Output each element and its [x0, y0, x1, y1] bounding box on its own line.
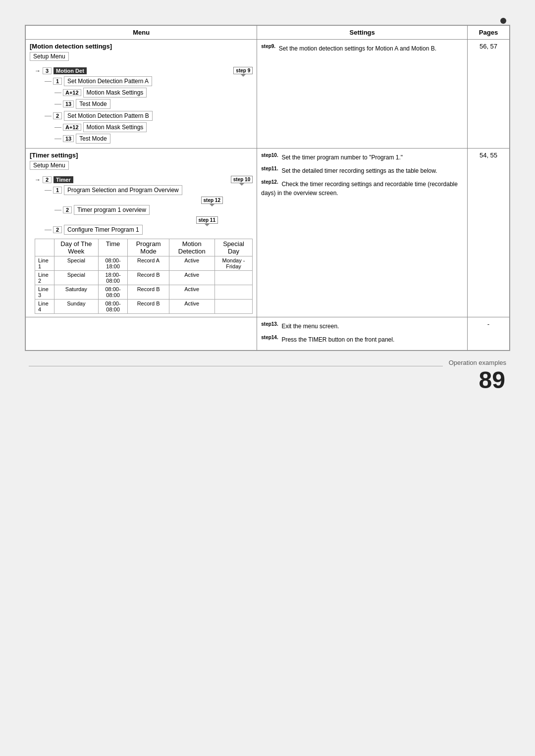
label-pattern-b: Set Motion Detection Pattern B	[64, 111, 153, 121]
header-settings: Settings	[257, 26, 468, 40]
footer-text: Operation examples	[449, 359, 506, 366]
row-time-4: 08:00-08:00	[98, 300, 128, 314]
row-mode-2: Record B	[128, 271, 169, 285]
table-row: Line 3 Saturday 08:00-08:00 Record B Act…	[35, 285, 253, 300]
step12-badge: step 12	[201, 197, 223, 204]
sub-item-13b: 13 Test Mode	[54, 134, 253, 144]
timer-pages: 54, 55	[468, 149, 510, 317]
row-day-4: Sunday	[54, 300, 98, 314]
table-row: Line 4 Sunday 08:00-08:00 Record B Activ…	[35, 300, 253, 314]
badge-2-overview: 2	[63, 206, 72, 213]
connector-line	[54, 210, 61, 210]
step13-label: step13.	[261, 321, 278, 327]
label-mask-b: Motion Mask Settings	[83, 122, 147, 132]
motion-setup-menu: Setup Menu	[30, 52, 69, 61]
badge-1-timer: 1	[53, 187, 62, 194]
row-special-3	[214, 285, 253, 300]
step10-badge: step 10	[231, 176, 253, 183]
connector-line	[45, 81, 52, 82]
row-special-1: Monday - Friday	[214, 256, 253, 271]
sub-item-prog-sel: 1 Program Selection and Program Overview	[45, 185, 253, 195]
label-test-b: Test Mode	[76, 134, 110, 144]
motion-pages: 56, 57	[468, 40, 510, 149]
row-mode-3: Record B	[128, 285, 169, 300]
th-mode: Program Mode	[128, 239, 169, 256]
timer-detail-table: Day of The Week Time Program Mode Motion…	[35, 239, 253, 314]
row-motion-1: Active	[169, 256, 214, 271]
table-row: Line 2 Special 18:00-08:00 Record B Acti…	[35, 271, 253, 285]
bottom-pages: -	[468, 317, 510, 351]
connector-line	[45, 116, 52, 116]
timer-settings-step11: step11. Set the detailed timer recording…	[261, 165, 463, 175]
label-test-a: Test Mode	[76, 99, 110, 109]
bottom-row: step13. Exit the menu screen. step14. Pr…	[26, 317, 510, 351]
badge-2-timer: 2	[43, 176, 52, 183]
timer-tree-item-2: → 2 Timer step 10	[35, 176, 253, 183]
header-pages: Pages	[468, 26, 510, 40]
timer-settings-step12: step12. Check the timer recording settin…	[261, 178, 463, 198]
badge-3: 3	[43, 67, 52, 74]
footer: Operation examples	[25, 351, 510, 366]
sub-item-13a: 13 Test Mode	[54, 99, 253, 109]
row-label-2: Line 2	[35, 271, 54, 285]
connector-line	[54, 127, 61, 128]
label-timer-overview: Timer program 1 overview	[74, 205, 150, 215]
arrow-icon: →	[35, 67, 41, 74]
step10-label: step10.	[261, 152, 278, 158]
sub-item-configure-timer: 2 Configure Timer Program 1	[45, 225, 253, 235]
th-special: Special Day	[214, 239, 253, 256]
connector-line	[54, 93, 61, 93]
sub-item-a12b: A+12 Motion Mask Settings	[54, 122, 253, 132]
label-mask-a: Motion Mask Settings	[83, 88, 147, 98]
badge-timer: Timer	[54, 176, 73, 183]
row-label-4: Line 4	[35, 300, 54, 314]
row-motion-4: Active	[169, 300, 214, 314]
main-content: Menu Settings Pages [Motion detection se…	[25, 25, 510, 351]
motion-settings-step9: step9. Set the motion detection settings…	[261, 43, 463, 53]
arrow-icon-2: →	[35, 176, 41, 183]
connector-line	[54, 139, 61, 139]
step9-badge: step 9	[233, 67, 253, 74]
connector-line	[45, 230, 52, 230]
header-menu: Menu	[26, 26, 257, 40]
row-special-2	[214, 271, 253, 285]
bottom-settings-cell: step13. Exit the menu screen. step14. Pr…	[257, 317, 468, 351]
row-time-3: 08:00-08:00	[98, 285, 128, 300]
bottom-step13: step13. Exit the menu screen.	[261, 320, 463, 331]
row-motion-3: Active	[169, 285, 214, 300]
connector-line	[54, 104, 61, 104]
th-day: Day of The Week	[54, 239, 98, 256]
sub-item-1: 1 Set Motion Detection Pattern A	[45, 76, 253, 86]
row-mode-1: Record A	[128, 256, 169, 271]
row-time-1: 08:00-18:00	[98, 256, 128, 271]
motion-tree-item-3: → 3 Motion Det step 9	[35, 67, 253, 74]
timer-settings-row: [Timer settings] Setup Menu → 2 Timer st…	[26, 149, 510, 317]
sub-item-a12: A+12 Motion Mask Settings	[54, 88, 253, 98]
sub-item-timer-overview: 2 Timer program 1 overview	[54, 205, 253, 215]
label-prog-sel: Program Selection and Program Overview	[64, 185, 182, 195]
main-layout-table: Menu Settings Pages [Motion detection se…	[25, 25, 510, 351]
motion-detection-row: [Motion detection settings] Setup Menu →…	[26, 40, 510, 149]
row-time-2: 18:00-08:00	[98, 271, 128, 285]
th-motion: Motion Detection	[169, 239, 214, 256]
step14-label: step14.	[261, 335, 278, 340]
step12-label: step12.	[261, 179, 278, 185]
bottom-step14: step14. Press the TIMER button on the fr…	[261, 334, 463, 344]
row-day-3: Saturday	[54, 285, 98, 300]
badge-2a: 2	[53, 112, 62, 119]
connector-line	[45, 190, 52, 191]
row-day-1: Special	[54, 256, 98, 271]
label-pattern-a: Set Motion Detection Pattern A	[64, 76, 152, 86]
row-special-4	[214, 300, 253, 314]
timer-menu-cell: [Timer settings] Setup Menu → 2 Timer st…	[26, 149, 257, 317]
motion-section-title: [Motion detection settings]	[30, 43, 253, 50]
bottom-menu-cell	[26, 317, 257, 351]
badge-2-configure: 2	[53, 226, 62, 233]
timer-setup-menu: Setup Menu	[30, 161, 69, 170]
row-motion-2: Active	[169, 271, 214, 285]
page-number: 89	[25, 366, 510, 394]
step9-label: step9.	[261, 44, 275, 49]
step11-label: step11.	[261, 166, 278, 171]
timer-settings-cell: step10. Set the timer program number to …	[257, 149, 468, 317]
motion-menu-cell: [Motion detection settings] Setup Menu →…	[26, 40, 257, 149]
